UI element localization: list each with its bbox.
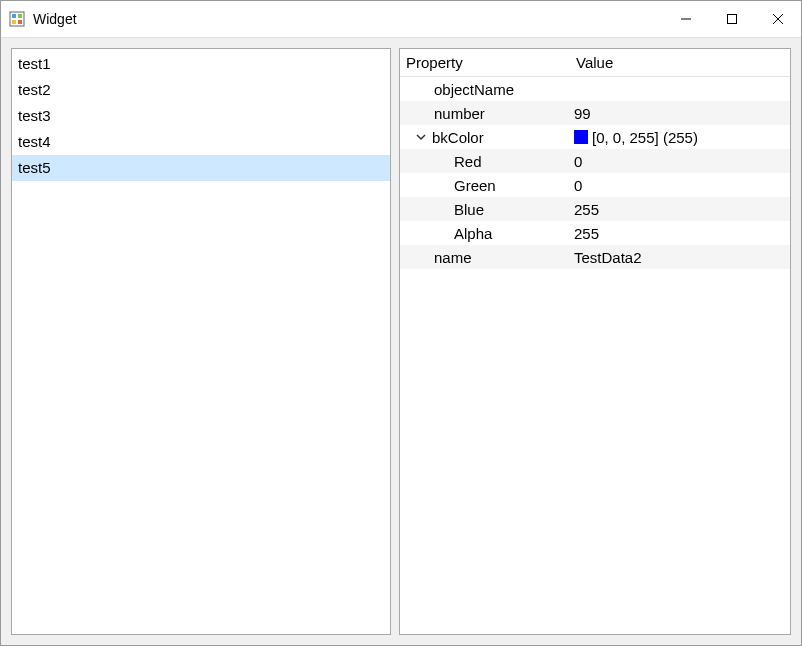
property-value[interactable]: TestData2 xyxy=(570,245,790,269)
property-key: objectName xyxy=(400,77,570,101)
client-area: test1 test2 test3 test4 test5 Property V… xyxy=(1,38,801,645)
header-value[interactable]: Value xyxy=(570,50,790,75)
property-value[interactable]: [0, 0, 255] (255) xyxy=(570,125,790,149)
property-value[interactable] xyxy=(570,77,790,101)
property-key: Alpha xyxy=(400,221,570,245)
svg-rect-1 xyxy=(12,14,16,18)
property-row-red[interactable]: Red 0 xyxy=(400,149,790,173)
property-value[interactable]: 0 xyxy=(570,149,790,173)
list-item[interactable]: test4 xyxy=(12,129,390,155)
property-key: bkColor xyxy=(400,125,570,149)
property-key-label: bkColor xyxy=(432,129,484,146)
list-panel: test1 test2 test3 test4 test5 xyxy=(11,48,391,635)
property-panel: Property Value objectName number 99 bkCo… xyxy=(399,48,791,635)
svg-rect-4 xyxy=(18,20,22,24)
header-property[interactable]: Property xyxy=(400,50,570,75)
property-row-objectname[interactable]: objectName xyxy=(400,77,790,101)
property-row-number[interactable]: number 99 xyxy=(400,101,790,125)
property-key: number xyxy=(400,101,570,125)
property-header: Property Value xyxy=(400,49,790,77)
property-value[interactable]: 99 xyxy=(570,101,790,125)
svg-rect-2 xyxy=(18,14,22,18)
minimize-button[interactable] xyxy=(663,1,709,37)
window-controls xyxy=(663,1,801,37)
property-row-name[interactable]: name TestData2 xyxy=(400,245,790,269)
maximize-button[interactable] xyxy=(709,1,755,37)
list-item[interactable]: test1 xyxy=(12,51,390,77)
property-value-text: [0, 0, 255] (255) xyxy=(592,129,698,146)
app-icon xyxy=(9,11,25,27)
list-item[interactable]: test3 xyxy=(12,103,390,129)
color-swatch xyxy=(574,130,588,144)
titlebar: Widget xyxy=(1,1,801,38)
svg-rect-6 xyxy=(728,15,737,24)
property-key: Red xyxy=(400,149,570,173)
window-title: Widget xyxy=(33,11,663,27)
property-key: name xyxy=(400,245,570,269)
list-item[interactable]: test2 xyxy=(12,77,390,103)
property-value[interactable]: 255 xyxy=(570,197,790,221)
property-row-green[interactable]: Green 0 xyxy=(400,173,790,197)
chevron-down-icon[interactable] xyxy=(414,130,428,144)
list-item[interactable]: test5 xyxy=(12,155,390,181)
property-row-blue[interactable]: Blue 255 xyxy=(400,197,790,221)
property-row-bkcolor[interactable]: bkColor [0, 0, 255] (255) xyxy=(400,125,790,149)
close-button[interactable] xyxy=(755,1,801,37)
property-key: Blue xyxy=(400,197,570,221)
property-key: Green xyxy=(400,173,570,197)
item-list[interactable]: test1 test2 test3 test4 test5 xyxy=(12,49,390,183)
svg-rect-3 xyxy=(12,20,16,24)
property-value[interactable]: 0 xyxy=(570,173,790,197)
property-value[interactable]: 255 xyxy=(570,221,790,245)
property-row-alpha[interactable]: Alpha 255 xyxy=(400,221,790,245)
